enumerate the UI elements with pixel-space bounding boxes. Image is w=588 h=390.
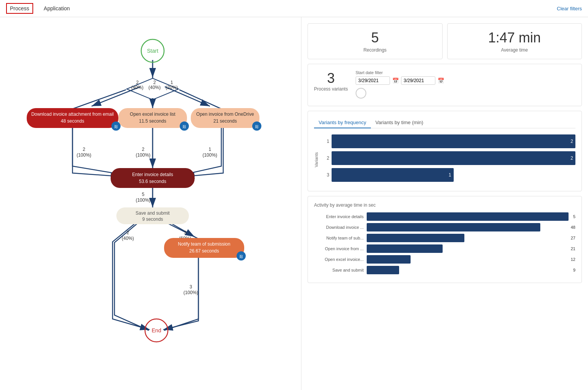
- svg-text:26.67 seconds: 26.67 seconds: [189, 248, 219, 254]
- process-flow-diagram: Start 2 (40%) 2 (40%) 1 (20%) Download i…: [8, 25, 298, 369]
- activity-bar-outer-5: [367, 266, 569, 274]
- svg-text:(40%): (40%): [131, 85, 143, 90]
- filter-circle-button[interactable]: [356, 88, 366, 99]
- activity-row-1: Download invoice ... 48: [314, 223, 575, 231]
- activity-chart-title: Activity by average time in sec: [314, 202, 575, 208]
- activity-bar-value-4: 12: [571, 257, 575, 262]
- svg-line-3: [179, 90, 221, 109]
- activity-label-5: Save and submit: [314, 268, 364, 272]
- activity-time-chart-card: Activity by average time in sec Enter in…: [308, 196, 582, 283]
- svg-text:1: 1: [209, 147, 211, 152]
- top-navigation: Process Application Clear filters: [0, 0, 588, 17]
- open-excel-node: [118, 108, 187, 128]
- frequency-bars: 1 2 2 2: [322, 134, 575, 185]
- variants-value: 3: [314, 70, 348, 86]
- variants-label: Process variants: [314, 86, 348, 92]
- svg-text:⛓: ⛓: [255, 125, 259, 129]
- bar-row-2: 2 2: [322, 151, 575, 165]
- date-from-input[interactable]: [356, 76, 390, 85]
- bar-row-1: 1 2: [322, 134, 575, 148]
- bar-outer-2: 2: [332, 151, 575, 165]
- enter-details-node: [111, 168, 195, 188]
- svg-text:⛓: ⛓: [239, 254, 243, 259]
- tab-variants-frequency[interactable]: Variants by frequency: [314, 117, 371, 128]
- edge-label-start-download: 2: [136, 80, 139, 85]
- svg-text:2: 2: [142, 147, 145, 152]
- bar-label-1: 1: [322, 139, 329, 144]
- activity-label-1: Download invoice ...: [314, 225, 364, 230]
- main-container: Start 2 (40%) 2 (40%) 1 (20%) Download i…: [0, 17, 588, 390]
- activity-row-5: Save and submit 9: [314, 266, 575, 274]
- bar-value-3: 1: [449, 172, 451, 178]
- recordings-label: Recordings: [314, 47, 436, 53]
- svg-text:2: 2: [83, 147, 85, 152]
- activity-row-3: Open invoice from ... 21: [314, 244, 575, 253]
- svg-text:2: 2: [127, 230, 129, 235]
- svg-text:11.5 seconds: 11.5 seconds: [139, 118, 166, 124]
- svg-text:53.6 seconds: 53.6 seconds: [139, 179, 166, 184]
- top-stats-row: 5 Recordings 1:47 min Average time: [308, 23, 582, 59]
- tab-application[interactable]: Application: [41, 4, 73, 13]
- activity-bar-value-1: 48: [571, 225, 575, 230]
- svg-text:(100%): (100%): [136, 152, 151, 158]
- activity-bar-value-2: 27: [571, 236, 575, 240]
- avg-time-card: 1:47 min Average time: [447, 23, 582, 59]
- calendar-from-icon[interactable]: 📅: [392, 78, 399, 84]
- edge-label-start-excel: 2: [153, 80, 156, 85]
- svg-text:Open excel invoice list: Open excel invoice list: [130, 112, 176, 117]
- bar-outer-3: 1: [332, 168, 575, 182]
- svg-text:Notify team of submission: Notify team of submission: [178, 241, 230, 247]
- svg-text:9 seconds: 9 seconds: [142, 217, 163, 222]
- activity-bar-value-0: 5: [573, 214, 575, 219]
- svg-text:3: 3: [190, 284, 192, 290]
- activity-bar-outer-4: [367, 255, 566, 264]
- y-axis-label: Variants: [314, 134, 319, 185]
- bar-value-1: 2: [570, 139, 573, 144]
- tab-process[interactable]: Process: [6, 3, 33, 14]
- avg-time-value: 1:47 min: [454, 30, 576, 46]
- tab-variants-time[interactable]: Variants by time (min): [371, 117, 428, 128]
- activity-bar-outer-3: [367, 244, 566, 253]
- activity-bar-fill-0: [367, 212, 569, 221]
- activity-bar-fill-1: [367, 223, 540, 231]
- svg-text:⛓: ⛓: [114, 125, 118, 129]
- bar-fill-3: 1: [332, 168, 454, 182]
- svg-line-1: [72, 90, 126, 109]
- svg-text:(100%): (100%): [184, 290, 198, 295]
- svg-text:⛓: ⛓: [182, 125, 186, 129]
- process-variants-card: 3 Process variants Start date filter 📅 📅: [308, 64, 582, 106]
- recordings-value: 5: [314, 30, 436, 46]
- activity-bar-outer-1: [367, 223, 566, 231]
- onedrive-node: [191, 108, 259, 128]
- activity-label-3: Open invoice from ...: [314, 246, 364, 251]
- bar-outer-1: 2: [332, 134, 575, 148]
- svg-text:(20%): (20%): [166, 85, 178, 90]
- activity-bar-outer-0: [367, 212, 569, 221]
- date-to-input[interactable]: [401, 76, 435, 85]
- bar-row-3: 3 1: [322, 168, 575, 182]
- clear-filters-button[interactable]: Clear filters: [557, 6, 582, 11]
- activity-bar-fill-2: [367, 234, 464, 242]
- svg-text:3: 3: [184, 230, 187, 235]
- svg-text:Download invoice attachment fr: Download invoice attachment from email: [31, 112, 114, 117]
- end-label: End: [152, 327, 161, 333]
- start-label: Start: [147, 48, 158, 54]
- chart-tab-row: Variants by frequency Variants by time (…: [314, 117, 575, 128]
- svg-text:48 seconds: 48 seconds: [61, 118, 84, 124]
- svg-text:(40%): (40%): [148, 85, 161, 90]
- svg-text:(100%): (100%): [77, 152, 92, 158]
- variants-frequency-chart-card: Variants by frequency Variants by time (…: [308, 111, 582, 191]
- bar-fill-2: 2: [332, 151, 575, 165]
- activity-label-4: Open excel invoice...: [314, 257, 364, 262]
- edge-label-start-onedrive: 1: [171, 80, 173, 85]
- activity-bar-value-5: 9: [573, 268, 575, 272]
- activity-bar-outer-2: [367, 234, 566, 242]
- date-filter-section: Start date filter 📅 📅: [356, 70, 575, 100]
- bar-value-2: 2: [570, 155, 573, 161]
- calendar-to-icon[interactable]: 📅: [438, 78, 444, 84]
- svg-text:Save and submit: Save and submit: [135, 210, 170, 216]
- svg-text:21 seconds: 21 seconds: [213, 118, 237, 124]
- svg-text:(100%): (100%): [203, 152, 217, 158]
- svg-text:Open invoice from OneDrive: Open invoice from OneDrive: [196, 112, 254, 117]
- stats-panel: 5 Recordings 1:47 min Average time 3 Pro…: [301, 17, 588, 390]
